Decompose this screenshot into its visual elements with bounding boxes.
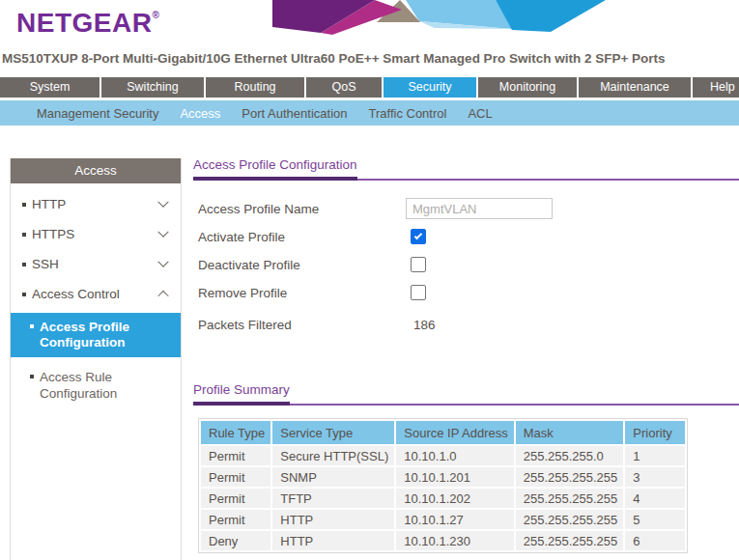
form-row-activate-profile: Activate Profile <box>198 226 739 247</box>
col-header-mask: Mask <box>516 421 624 444</box>
tab-help[interactable]: Help <box>693 77 739 98</box>
sidebar-item-http[interactable]: HTTP <box>11 189 181 219</box>
table-header-row: Rule Type Service Type Source IP Address… <box>201 421 685 444</box>
sidebar: Access HTTP HTTPS SSH Access Control Acc… <box>10 158 182 560</box>
section-title-text: Profile Summary <box>193 382 290 397</box>
sidebar-subitem-label: Access Rule Configuration <box>40 370 175 401</box>
sidebar-item-label: Access Control <box>32 287 120 301</box>
profile-summary-table: Rule Type Service Type Source IP Address… <box>198 418 688 553</box>
chevron-down-icon <box>157 196 168 207</box>
tab-routing[interactable]: Routing <box>206 77 304 98</box>
remove-profile-checkbox[interactable] <box>411 285 426 300</box>
cell: 255.255.255.255 <box>516 489 624 508</box>
field-label: Activate Profile <box>198 230 406 244</box>
tab-qos[interactable]: QoS <box>306 77 382 98</box>
cell: Permit <box>201 489 270 508</box>
activate-profile-checkbox[interactable] <box>411 229 426 244</box>
cell: Deny <box>201 531 270 550</box>
sidebar-subitem-label: Access Profile Configuration <box>40 320 175 350</box>
table-row: Permit Secure HTTP(SSL) 10.10.1.0 255.25… <box>201 446 685 465</box>
bullet-icon <box>30 324 34 328</box>
cell: 255.255.255.255 <box>516 531 624 550</box>
sidebar-item-ssh[interactable]: SSH <box>11 249 181 279</box>
cell: TFTP <box>272 489 394 508</box>
cell: 255.255.255.255 <box>516 467 624 487</box>
bullet-icon <box>22 233 26 237</box>
col-header-service-type: Service Type <box>272 421 394 444</box>
cell: Secure HTTP(SSL) <box>272 446 394 465</box>
subnav-acl[interactable]: ACL <box>468 106 492 121</box>
cell: 10.10.1.202 <box>396 489 513 508</box>
packets-filtered-value: 186 <box>413 318 436 332</box>
security-subnav: Management Security Access Port Authenti… <box>0 100 739 126</box>
subnav-access[interactable]: Access <box>180 106 220 121</box>
subnav-traffic-control[interactable]: Traffic Control <box>369 106 447 121</box>
netgear-logo: NETGEAR® <box>16 8 159 39</box>
table-row: Permit TFTP 10.10.1.202 255.255.255.255 … <box>201 489 685 508</box>
form-row-packets-filtered: Packets Filtered 186 <box>198 314 739 335</box>
sidebar-title: Access <box>11 158 181 183</box>
col-header-priority: Priority <box>625 421 685 444</box>
tab-maintenance[interactable]: Maintenance <box>579 77 691 98</box>
tab-system[interactable]: System <box>0 77 99 98</box>
col-header-source-ip: Source IP Address <box>396 421 513 444</box>
table-row: Deny HTTP 10.10.1.230 255.255.255.255 6 <box>201 531 685 550</box>
field-label: Access Profile Name <box>198 202 406 216</box>
main-nav-tabs: System Switching Routing QoS Security Mo… <box>0 77 739 98</box>
cell: HTTP <box>272 531 394 550</box>
sidebar-item-https[interactable]: HTTPS <box>11 219 181 249</box>
deactivate-profile-checkbox[interactable] <box>411 257 426 272</box>
sidebar-item-access-rule-configuration[interactable]: Access Rule Configuration <box>11 363 181 407</box>
cell: 10.10.1.0 <box>396 446 513 465</box>
device-title: MS510TXUP 8-Port Multi-Gigabit/10G Ether… <box>2 51 666 66</box>
bullet-icon <box>22 293 26 296</box>
section-title-access-profile-configuration: Access Profile Configuration <box>193 157 739 181</box>
bullet-icon <box>22 263 26 266</box>
chevron-down-icon <box>157 256 168 266</box>
cell: 5 <box>625 510 685 529</box>
access-profile-name-input[interactable] <box>406 198 553 219</box>
cell: 6 <box>625 531 685 550</box>
checkmark-icon <box>414 232 422 239</box>
subnav-port-authentication[interactable]: Port Authentication <box>242 106 347 121</box>
cell: 255.255.255.0 <box>516 446 624 465</box>
cell: 10.10.1.230 <box>396 531 513 550</box>
main-content: Access Profile Configuration Access Prof… <box>193 126 739 560</box>
cell: HTTP <box>272 510 394 529</box>
cell: 10.10.1.201 <box>396 467 513 487</box>
subnav-management-security[interactable]: Management Security <box>37 106 158 121</box>
field-label: Packets Filtered <box>198 318 406 332</box>
tab-switching[interactable]: Switching <box>101 77 204 98</box>
registered-mark: ® <box>152 10 159 20</box>
cell: 10.10.1.27 <box>396 510 513 529</box>
header-banner: NETGEAR® MS510TXUP 8-Port Multi-Gigabit/… <box>0 0 739 77</box>
cell: Permit <box>201 467 270 487</box>
section-title-profile-summary: Profile Summary <box>193 382 739 406</box>
chevron-up-icon <box>157 290 168 300</box>
cell: SNMP <box>272 467 394 487</box>
cell: 255.255.255.255 <box>516 510 624 529</box>
sidebar-item-access-profile-configuration[interactable]: Access Profile Configuration <box>11 313 181 357</box>
bullet-icon <box>30 375 34 378</box>
form-row-profile-name: Access Profile Name <box>198 198 739 219</box>
cell: 4 <box>625 489 685 508</box>
sidebar-item-label: HTTPS <box>32 227 74 241</box>
sidebar-item-access-control[interactable]: Access Control <box>11 279 181 309</box>
bullet-icon <box>22 203 26 207</box>
field-label: Deactivate Profile <box>198 258 406 272</box>
sidebar-item-label: HTTP <box>32 197 66 211</box>
col-header-rule-type: Rule Type <box>201 421 270 444</box>
access-profile-form: Access Profile Name Activate Profile Dea… <box>193 198 739 335</box>
tab-monitoring[interactable]: Monitoring <box>478 77 577 98</box>
cell: Permit <box>201 510 270 529</box>
section-title-text: Access Profile Configuration <box>193 157 357 172</box>
form-row-deactivate-profile: Deactivate Profile <box>198 254 739 275</box>
field-label: Remove Profile <box>198 286 406 300</box>
table-row: Permit HTTP 10.10.1.27 255.255.255.255 5 <box>201 510 685 529</box>
cell: Permit <box>201 446 270 465</box>
sidebar-item-label: SSH <box>32 257 59 271</box>
banner-polygon-art <box>272 0 618 46</box>
tab-security[interactable]: Security <box>384 77 476 98</box>
cell: 1 <box>625 446 685 465</box>
cell: 3 <box>625 467 685 487</box>
